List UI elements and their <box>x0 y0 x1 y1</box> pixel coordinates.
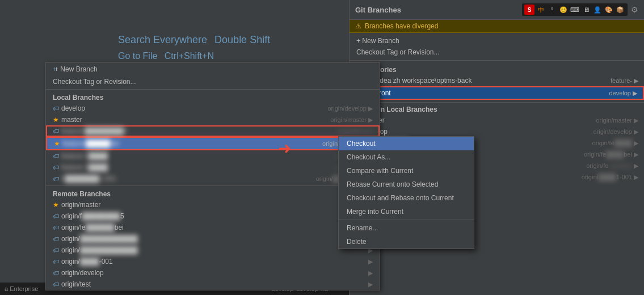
status-left: a Enterprise <box>5 285 38 292</box>
context-rename[interactable]: Rename... <box>339 221 474 235</box>
right-panel-actions: + New Branch Checkout Tag or Revision... <box>350 33 644 61</box>
tag-icon: 🏷 <box>53 213 59 220</box>
tag-icon: 🏷 <box>53 164 59 171</box>
diverged-banner: ⚠ Branches have diverged <box>350 20 644 33</box>
tag-icon: 🏷 <box>53 258 59 265</box>
remote-f5[interactable]: 🏷 origin/f████████5 ▶ <box>46 210 380 222</box>
search-bg: Search Everywhere Double Shift <box>113 34 270 46</box>
arrow-indicator: ➜ <box>278 139 291 158</box>
monitor-icon[interactable]: 🖥 <box>581 5 591 15</box>
separator <box>46 89 380 90</box>
emoji-icon[interactable]: 😊 <box>558 5 569 15</box>
branch-feature-selected[interactable]: ★ feature-█████bei origin/████bei ▶ <box>46 137 380 150</box>
tag-icon: 🏷 <box>53 247 59 254</box>
warning-icon: ⚠ <box>355 22 361 30</box>
remote-fe-bei[interactable]: 🏷 origin/fe██████bei ▶ <box>46 222 380 233</box>
remote-branches-header: Remote Branches <box>46 187 380 199</box>
branch-master[interactable]: ★ master origin/master ▶ <box>46 114 380 125</box>
tag-icon: 🏷 <box>53 105 59 112</box>
branch-feature2b[interactable]: 🏷 feature-2████ origin/fe-on ▶ <box>46 162 380 173</box>
star-icon: ★ <box>53 116 59 124</box>
paint-icon[interactable]: 🎨 <box>604 5 614 15</box>
branch-feature2[interactable]: 🏷 feature-2████ origin/fe-on ▶ <box>46 150 380 162</box>
tag-icon: 🏷 <box>53 224 59 231</box>
remote-test[interactable]: 🏷 origin/test ▶ <box>46 279 380 290</box>
separator2 <box>46 186 380 186</box>
branch-h001[interactable]: 🏷 h███████1-001 origin/████1-001 ▶ <box>46 173 380 184</box>
new-branch-button[interactable]: + + New Branch <box>46 63 380 75</box>
repo-row-optms-back[interactable]: D:\java\idea zh workspace\optms-back fea… <box>350 75 644 86</box>
right-panel-header: Git Branches S 中 ° 😊 ⌨ 🖥 👤 🎨 📦 ⚙ <box>350 0 644 20</box>
remote-develop[interactable]: 🏷 origin/develop ▶ <box>46 267 380 279</box>
repos-section: Repositories D:\java\idea zh workspace\o… <box>350 61 644 103</box>
context-checkout-rebase[interactable]: Checkout and Rebase onto Current <box>339 191 474 205</box>
chinese-icon[interactable]: 中 <box>536 5 546 15</box>
toolbar-icons: S 中 ° 😊 ⌨ 🖥 👤 🎨 📦 <box>522 3 628 16</box>
remote-master[interactable]: ★ origin/master ▶ <box>46 199 380 210</box>
branch-develop[interactable]: 🏷 develop origin/develop ▶ <box>46 103 380 114</box>
keyboard-icon[interactable]: ⌨ <box>570 5 580 15</box>
context-menu: Checkout Checkout As... Compare with Cur… <box>338 136 474 249</box>
checkout-tag-button[interactable]: Checkout Tag or Revision... <box>46 75 380 88</box>
repo-row-optms-front[interactable]: optms-front develop ▶ <box>350 86 644 100</box>
context-rebase[interactable]: Rebase Current onto Selected <box>339 178 474 191</box>
context-compare[interactable]: Compare with Current <box>339 164 474 178</box>
right-checkout-tag[interactable]: Checkout Tag or Revision... <box>355 47 638 58</box>
common-local-header: Common Local Branches <box>350 103 644 115</box>
context-checkout-as[interactable]: Checkout As... <box>339 150 474 164</box>
star-icon: ★ <box>54 140 60 148</box>
right-panel-title: Git Branches <box>355 6 401 14</box>
tag-icon: 🏷 <box>53 128 59 134</box>
left-git-branches-panel: + + New Branch Checkout Tag or Revision.… <box>45 62 380 290</box>
remote-origin1[interactable]: 🏷 origin/████████████ ▶ <box>46 233 380 245</box>
branch-feature-blurred[interactable]: 🏷 feature-████████5 origin/fe═══ <box>46 125 380 137</box>
right-branch-develop[interactable]: 🏷 develop origin/develop ▶ <box>350 126 644 137</box>
tag-icon: 🏷 <box>53 281 59 288</box>
context-merge[interactable]: Merge into Current <box>339 205 474 218</box>
box-icon[interactable]: 📦 <box>615 5 625 15</box>
context-delete[interactable]: Delete <box>339 235 474 248</box>
remote-001[interactable]: 🏷 origin/████-001 ▶ <box>46 256 380 267</box>
tag-icon: 🏷 <box>53 269 59 276</box>
diverged-text: Branches have diverged <box>365 22 438 30</box>
context-checkout[interactable]: Checkout <box>339 137 474 150</box>
dot-icon[interactable]: ° <box>547 5 557 15</box>
tag-icon: 🏷 <box>53 153 59 159</box>
tag-icon: 🏷 <box>53 175 59 182</box>
right-new-branch[interactable]: + New Branch <box>355 35 638 47</box>
repos-header: Repositories <box>350 63 644 75</box>
gear-icon[interactable]: ⚙ <box>631 5 638 14</box>
user-icon[interactable]: 👤 <box>592 5 603 15</box>
s-icon[interactable]: S <box>524 5 534 15</box>
remote-origin2[interactable]: 🏷 origin/████████████ ▶ <box>46 245 380 256</box>
local-branches-header: Local Branches <box>46 91 380 103</box>
goto-bg: Go to File Ctrl+Shift+N <box>113 51 214 61</box>
right-branch-master[interactable]: ★ master origin/master ▶ <box>350 115 644 126</box>
star-icon: ★ <box>53 201 59 209</box>
tag-icon: 🏷 <box>53 235 59 242</box>
context-separator <box>339 220 474 220</box>
